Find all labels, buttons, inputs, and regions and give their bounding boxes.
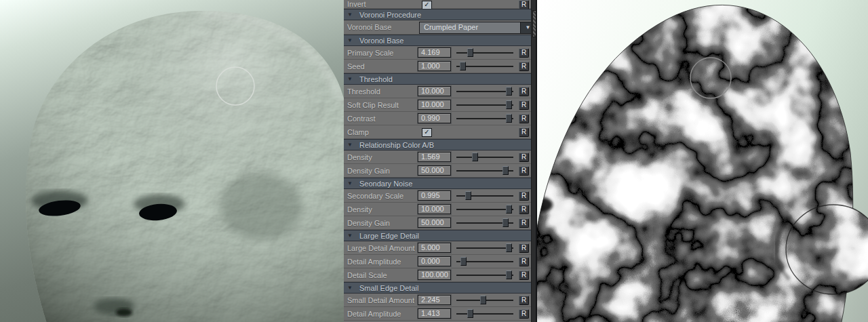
mini-slider[interactable]	[455, 85, 515, 98]
value-field[interactable]: 50.000	[418, 165, 451, 176]
slider-handle[interactable]	[502, 218, 509, 227]
property-row-threshold: Threshold10.000R	[344, 85, 531, 98]
reset-button[interactable]: R	[519, 48, 529, 58]
value-field[interactable]: 100.000	[418, 270, 451, 280]
panel-rows: Invert✓R▼Voronoi ProcedureVoronoi BaseCr…	[344, 0, 531, 322]
reset-button[interactable]: R	[519, 87, 529, 96]
value-field[interactable]: 1.000	[418, 61, 451, 71]
slider-handle[interactable]	[460, 257, 467, 266]
section-header-voronoi-base[interactable]: ▼Voronoi Base	[344, 35, 531, 46]
reset-button[interactable]: R	[519, 100, 529, 110]
section-header-large-edge-detail[interactable]: ▼Large Edge Detail	[344, 230, 531, 241]
reset-button[interactable]: R	[519, 205, 529, 214]
reset-button[interactable]: R	[519, 270, 529, 280]
value-field[interactable]: 10.000	[418, 86, 451, 96]
collapse-triangle-icon[interactable]: ▼	[347, 12, 359, 18]
value-field[interactable]: 4.169	[418, 47, 451, 58]
mini-slider[interactable]	[455, 307, 515, 320]
value-field[interactable]: 0.995	[418, 190, 451, 201]
value-field[interactable]: 1.413	[418, 308, 451, 319]
slider-handle[interactable]	[506, 270, 512, 279]
mini-slider[interactable]	[455, 241, 515, 254]
mini-slider[interactable]	[455, 294, 515, 306]
reset-button[interactable]: R	[519, 218, 529, 228]
slider-handle[interactable]	[502, 166, 509, 175]
reset-button[interactable]: R	[519, 62, 529, 71]
property-label: Clamp	[344, 128, 369, 136]
mini-slider[interactable]	[455, 46, 515, 59]
property-label: Seed	[344, 62, 365, 71]
reset-button[interactable]: R	[519, 243, 529, 253]
slider-track[interactable]	[456, 118, 513, 119]
mini-slider[interactable]	[455, 189, 515, 202]
dropdown-arrow-icon[interactable]: ▼	[520, 22, 531, 33]
slider-handle[interactable]	[480, 296, 486, 304]
mini-slider[interactable]	[455, 268, 515, 281]
mini-slider[interactable]	[455, 216, 515, 229]
mini-slider[interactable]	[455, 164, 515, 177]
slider-track[interactable]	[456, 209, 513, 210]
collapse-triangle-icon[interactable]: ▼	[347, 76, 359, 82]
slider-handle[interactable]	[506, 87, 512, 96]
left-3d-viewport[interactable]	[0, 0, 344, 322]
slider-track[interactable]	[456, 52, 513, 54]
reset-button[interactable]: R	[519, 0, 529, 9]
value-field[interactable]: 1.569	[418, 152, 451, 162]
slider-track[interactable]	[456, 313, 513, 315]
property-label: Density	[344, 205, 372, 214]
panel-scrollbar[interactable]	[531, 0, 536, 322]
slider-handle[interactable]	[506, 243, 512, 252]
value-field[interactable]: 0.990	[418, 113, 451, 123]
slider-handle[interactable]	[467, 48, 473, 57]
collapse-triangle-icon[interactable]: ▼	[347, 233, 359, 239]
reset-button[interactable]: R	[519, 257, 529, 266]
slider-handle[interactable]	[506, 205, 512, 214]
slider-track[interactable]	[456, 275, 513, 276]
reset-button[interactable]: R	[519, 114, 529, 123]
mini-slider[interactable]	[455, 150, 515, 163]
reset-button[interactable]: R	[519, 191, 529, 201]
value-field[interactable]: 0.000	[418, 256, 451, 266]
mini-slider[interactable]	[455, 112, 515, 125]
value-field[interactable]: 10.000	[418, 204, 451, 214]
reset-button[interactable]: R	[519, 127, 529, 137]
section-header-small-edge-detail[interactable]: ▼Small Edge Detail	[344, 282, 531, 294]
checkbox[interactable]: ✓	[422, 128, 432, 137]
section-header-relationship-color-a-b[interactable]: ▼Relationship Color A/B	[344, 139, 531, 150]
section-header-voronoi-procedure[interactable]: ▼Voronoi Procedure	[344, 9, 531, 20]
slider-handle[interactable]	[465, 191, 471, 200]
slider-handle[interactable]	[460, 62, 466, 71]
section-header-threshold[interactable]: ▼Threshold	[344, 73, 531, 85]
collapse-triangle-icon[interactable]: ▼	[347, 285, 359, 291]
slider-track[interactable]	[456, 157, 513, 158]
mini-slider[interactable]	[455, 60, 515, 73]
value-field[interactable]: 5.000	[418, 243, 451, 253]
mini-slider[interactable]	[455, 98, 515, 111]
section-title: Threshold	[359, 75, 393, 83]
value-field[interactable]: 2.245	[418, 295, 451, 305]
collapse-triangle-icon[interactable]: ▼	[347, 37, 359, 43]
property-row-detail-amplitude: Detail Amplitude1.413R	[344, 307, 531, 321]
dropdown-voronoi-base[interactable]: Crumpled Paper▼	[419, 22, 531, 34]
property-row-density-gain: Density Gain50.000R	[344, 216, 531, 230]
value-field[interactable]: 50.000	[418, 218, 451, 228]
slider-handle[interactable]	[506, 100, 512, 109]
mini-slider[interactable]	[455, 203, 515, 216]
collapse-triangle-icon[interactable]: ▼	[347, 180, 359, 186]
mini-slider[interactable]	[455, 255, 515, 268]
slider-track[interactable]	[456, 247, 513, 249]
slider-handle[interactable]	[506, 114, 512, 123]
right-texture-viewport[interactable]	[536, 0, 868, 322]
reset-button[interactable]: R	[519, 166, 529, 176]
section-header-seondary-noise[interactable]: ▼Seondary Noise	[344, 178, 531, 189]
slider-handle[interactable]	[467, 309, 473, 318]
collapse-triangle-icon[interactable]: ▼	[347, 142, 359, 148]
reset-button[interactable]: R	[519, 309, 529, 319]
reset-button[interactable]: R	[519, 296, 529, 305]
slider-track[interactable]	[456, 91, 513, 92]
slider-handle[interactable]	[472, 153, 478, 161]
property-label: Density	[344, 153, 372, 161]
slider-track[interactable]	[456, 104, 513, 106]
reset-button[interactable]: R	[519, 153, 529, 162]
value-field[interactable]: 10.000	[418, 100, 451, 110]
